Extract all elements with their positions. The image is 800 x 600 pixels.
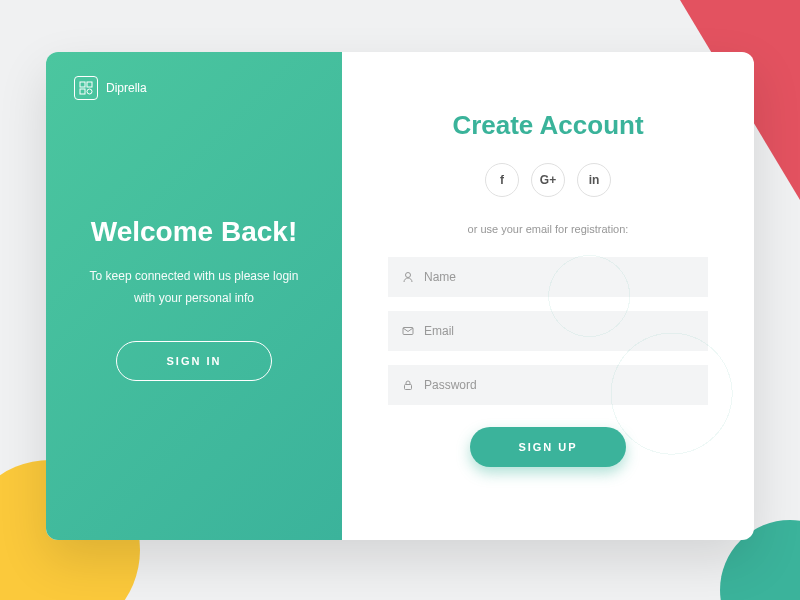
- facebook-icon: f: [500, 173, 504, 187]
- email-input[interactable]: [424, 324, 694, 338]
- password-input[interactable]: [424, 378, 694, 392]
- svg-point-4: [406, 273, 411, 278]
- linkedin-icon: in: [589, 173, 600, 187]
- svg-rect-1: [87, 82, 92, 87]
- svg-point-3: [87, 89, 92, 94]
- name-input[interactable]: [424, 270, 694, 284]
- google-button[interactable]: G+: [531, 163, 565, 197]
- linkedin-button[interactable]: in: [577, 163, 611, 197]
- logo-icon: [74, 76, 98, 100]
- name-field-wrapper: [388, 257, 708, 297]
- password-field-wrapper: [388, 365, 708, 405]
- welcome-panel: Diprella Welcome Back! To keep connected…: [46, 52, 342, 540]
- auth-card: Diprella Welcome Back! To keep connected…: [46, 52, 754, 540]
- email-field-wrapper: [388, 311, 708, 351]
- divider-text: or use your email for registration:: [388, 223, 708, 235]
- social-row: f G+ in: [388, 163, 708, 197]
- svg-rect-6: [405, 385, 412, 390]
- welcome-title: Welcome Back!: [74, 216, 314, 248]
- google-icon: G+: [540, 173, 556, 187]
- create-account-title: Create Account: [388, 110, 708, 141]
- svg-rect-0: [80, 82, 85, 87]
- signup-panel: Create Account f G+ in or use your email…: [342, 52, 754, 540]
- signup-button[interactable]: SIGN UP: [470, 427, 626, 467]
- signin-button[interactable]: SIGN IN: [116, 341, 272, 381]
- mail-icon: [402, 325, 414, 337]
- user-icon: [402, 271, 414, 283]
- lock-icon: [402, 379, 414, 391]
- logo: Diprella: [74, 76, 314, 100]
- welcome-subtitle: To keep connected with us please login w…: [74, 266, 314, 309]
- facebook-button[interactable]: f: [485, 163, 519, 197]
- brand-name: Diprella: [106, 81, 147, 95]
- svg-rect-2: [80, 89, 85, 94]
